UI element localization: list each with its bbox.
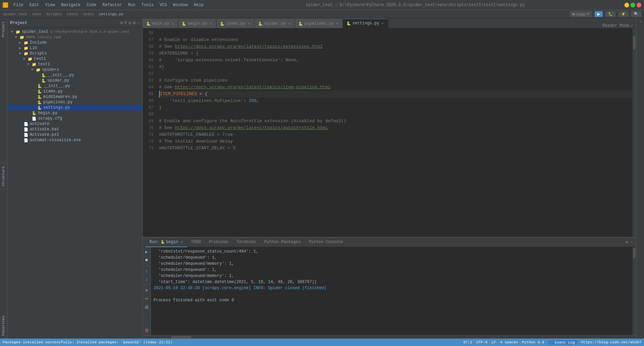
tab-settings-py[interactable]: 🐍 settings.py ✕ bbox=[343, 19, 388, 28]
status-encoding[interactable]: UTF-8 bbox=[476, 340, 487, 344]
collapse-icon[interactable]: ≡ bbox=[124, 20, 127, 26]
breadcrumb-part-5[interactable]: settings.py bbox=[99, 12, 123, 16]
tree-begin-py[interactable]: 🐍 begin.py bbox=[7, 110, 142, 116]
status-python[interactable]: Python 3.9 bbox=[522, 340, 544, 344]
breadcrumb-part-3[interactable]: test1 bbox=[67, 12, 78, 16]
output-scrollbar[interactable] bbox=[632, 247, 636, 335]
tab-begin-py[interactable]: 🐍 begin.py ✕ bbox=[178, 19, 216, 28]
problems-tab[interactable]: Problems bbox=[205, 238, 233, 247]
tree-settings-py[interactable]: 🐍 settings.py bbox=[7, 105, 142, 110]
tree-spider-py[interactable]: 🐍 spider.py bbox=[7, 78, 142, 83]
reader-mode-button[interactable]: Reader Mode ✓ bbox=[600, 23, 636, 28]
run-tab[interactable]: Run: 🐍 begin ✕ bbox=[145, 238, 187, 247]
terminal-tab[interactable]: Terminal bbox=[232, 238, 260, 247]
scrollbar-thumb[interactable] bbox=[633, 248, 635, 258]
tab-close-icon[interactable]: ✕ bbox=[170, 22, 175, 26]
run-close-icon[interactable]: ✕ bbox=[181, 240, 183, 244]
hscrollbar-thumb[interactable] bbox=[171, 336, 191, 338]
status-url[interactable]: https://blog.csdn.net/ah267 bbox=[581, 340, 641, 344]
structure-tab[interactable]: Structure bbox=[0, 163, 7, 189]
tree-spiders[interactable]: ▼ 📁 spiders bbox=[7, 67, 142, 72]
trash-icon[interactable]: 🗑 bbox=[143, 327, 150, 334]
menu-help[interactable]: Help bbox=[191, 2, 206, 8]
tree-include[interactable]: ▶ 📁 Include bbox=[7, 40, 142, 45]
tree-test1-outer[interactable]: ▼ 📁 test1 bbox=[7, 56, 142, 62]
python-console-tab[interactable]: Python Console bbox=[305, 238, 347, 247]
debug-button[interactable]: 🐛 bbox=[605, 11, 616, 17]
panel-minimize-icon[interactable]: — bbox=[631, 240, 633, 245]
hide-icon[interactable]: — bbox=[137, 20, 140, 26]
locate-icon[interactable]: ⊙ bbox=[120, 20, 123, 26]
maximize-button[interactable] bbox=[630, 3, 635, 7]
breadcrumb-part-2[interactable]: Scripts bbox=[46, 12, 62, 16]
breadcrumb-part-0[interactable]: spider_test bbox=[3, 12, 27, 16]
profile-button[interactable]: ⚡ bbox=[618, 11, 628, 17]
project-tab[interactable]: Project bbox=[0, 18, 7, 40]
filter-icon[interactable]: ≡ bbox=[143, 287, 150, 294]
stop-icon[interactable]: ■ bbox=[143, 257, 150, 263]
tab-spider-py[interactable]: 🐍 spider.py ✕ bbox=[255, 19, 295, 28]
tree-activate-ps1[interactable]: 📄 Activate.ps1 bbox=[7, 132, 142, 137]
tree-test1-init[interactable]: 🐍 __init__.py bbox=[7, 83, 142, 89]
settings-icon[interactable]: ⚙ bbox=[133, 20, 135, 26]
tab-close-icon[interactable]: ✕ bbox=[381, 21, 385, 25]
tree-scrapy-cfg[interactable]: 📄 scrapy.cfg bbox=[7, 116, 142, 121]
tab-items-py[interactable]: 🐍 items.py ✕ bbox=[216, 19, 255, 28]
status-indent[interactable]: 4 spaces bbox=[500, 340, 518, 344]
softrap-icon[interactable]: ↩ bbox=[143, 295, 150, 302]
tab-main-py[interactable]: 🐍 main.py ✕ bbox=[143, 19, 178, 28]
print-icon[interactable]: 🖨 bbox=[143, 303, 150, 310]
menu-window[interactable]: Window bbox=[170, 2, 190, 8]
down-arrow-icon[interactable]: ↓ bbox=[143, 276, 150, 283]
tree-spiders-init[interactable]: 🐍 __init__.py bbox=[7, 72, 142, 78]
tree-automat-exe[interactable]: 📄 automat-visualize.exe bbox=[7, 137, 142, 143]
code-content[interactable]: # Enable or disable extensions # See htt… bbox=[156, 28, 632, 237]
tab-pipelines-py[interactable]: 🐍 pipelines.py ✕ bbox=[295, 19, 343, 28]
tree-test1-inner[interactable]: ▼ 📁 test1 bbox=[7, 62, 142, 67]
panel-settings-icon[interactable]: ⚙ bbox=[626, 240, 628, 245]
tree-items-py[interactable]: 🐍 items.py bbox=[7, 89, 142, 94]
code-editor[interactable]: 56 57 58 59 60 61 62 63 64 65 66 67 68 6… bbox=[143, 28, 636, 237]
scrollbar-thumb[interactable] bbox=[633, 36, 635, 49]
close-button[interactable] bbox=[637, 3, 641, 7]
tab-close-icon[interactable]: ✕ bbox=[209, 22, 213, 26]
python-packages-tab[interactable]: Python Packages bbox=[260, 238, 305, 247]
menu-run[interactable]: Run bbox=[125, 2, 138, 8]
tab-close-icon[interactable]: ✕ bbox=[247, 22, 251, 26]
search-button[interactable]: 🔍 bbox=[631, 11, 641, 17]
menu-vcs[interactable]: VCS bbox=[157, 2, 170, 8]
tree-venv[interactable]: ▼ 📁 venv library root bbox=[7, 35, 142, 40]
tree-pipelines-py[interactable]: 🐍 pipelines.py bbox=[7, 100, 142, 105]
menu-tools[interactable]: Tools bbox=[139, 2, 156, 8]
menu-navigate[interactable]: Navigate bbox=[58, 2, 83, 8]
vertical-scrollbar[interactable] bbox=[632, 28, 636, 237]
expand-icon[interactable]: ⇅ bbox=[129, 20, 131, 26]
breadcrumb-part-4[interactable]: test1 bbox=[83, 12, 94, 16]
notifications-tab[interactable]: ! bbox=[638, 18, 643, 26]
run-config-button[interactable]: ▶ begin ▾ bbox=[570, 11, 592, 17]
tree-scripts[interactable]: ▼ 📁 Scripts bbox=[7, 51, 142, 56]
menu-edit[interactable]: Edit bbox=[27, 2, 42, 8]
status-packages-msg[interactable]: Packages installed successfully: Install… bbox=[3, 340, 172, 344]
tab-close-icon[interactable]: ✕ bbox=[335, 22, 339, 26]
tree-lib[interactable]: ▶ 📁 Lib bbox=[7, 45, 142, 51]
status-line-sep[interactable]: LF bbox=[491, 340, 496, 344]
menu-file[interactable]: File bbox=[11, 2, 26, 8]
tab-close-icon[interactable]: ✕ bbox=[287, 22, 291, 26]
minimize-button[interactable] bbox=[624, 3, 629, 7]
tree-root[interactable]: ▼ 📁 spider_test D:\Pycharm\PyCharm 2020.… bbox=[7, 29, 142, 35]
menu-refactor[interactable]: Refactor bbox=[100, 2, 125, 8]
status-cursor[interactable]: 67:2 bbox=[463, 340, 472, 344]
menu-view[interactable]: View bbox=[43, 2, 58, 8]
menu-code[interactable]: Code bbox=[84, 2, 99, 8]
run-button[interactable]: ▶ bbox=[595, 11, 603, 17]
favorites-tab[interactable]: Favorites bbox=[0, 313, 7, 339]
tree-activate[interactable]: 📄 activate bbox=[7, 121, 142, 127]
event-log-button[interactable]: ✓ Event Log bbox=[548, 340, 577, 345]
up-arrow-icon[interactable]: ↑ bbox=[143, 268, 150, 275]
output-hscrollbar[interactable] bbox=[143, 335, 636, 339]
run-play-icon[interactable]: ▶ bbox=[143, 248, 150, 255]
tree-middlewares-py[interactable]: 🐍 middlewares.py bbox=[7, 94, 142, 100]
tree-activate-bat[interactable]: 📄 activate.bat bbox=[7, 127, 142, 132]
todo-tab[interactable]: TODO bbox=[187, 238, 205, 247]
